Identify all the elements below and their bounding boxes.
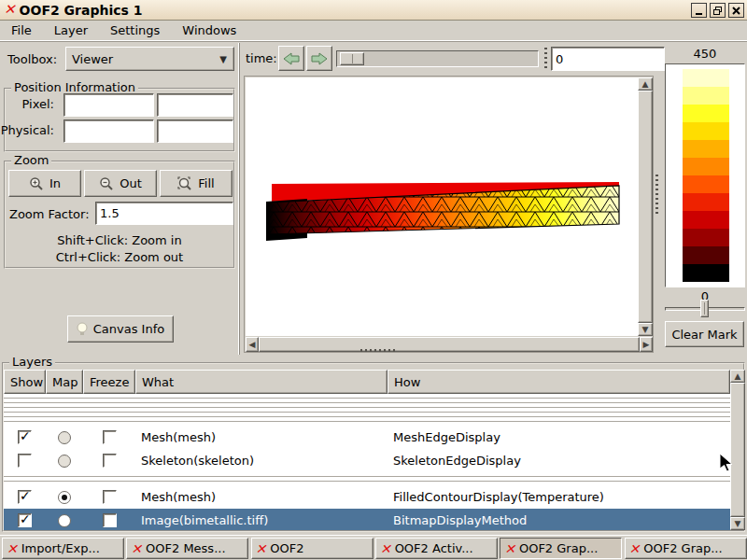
- layer-what: Skeleton(skeleton): [135, 454, 388, 468]
- taskbar-button[interactable]: ✕ OOF2 Mess...: [126, 538, 248, 559]
- hscroll-thumb[interactable]: [259, 337, 640, 352]
- layers-vscrollbar[interactable]: ▲ ▼: [730, 370, 745, 530]
- minimize-button[interactable]: [691, 3, 707, 18]
- scroll-left-button[interactable]: ◀: [246, 337, 259, 352]
- show-checkbox[interactable]: [18, 490, 32, 504]
- map-radio[interactable]: [58, 455, 71, 468]
- oof2-x-icon: ✕: [131, 542, 142, 555]
- restore-button[interactable]: [710, 3, 726, 18]
- timebar-grip[interactable]: [544, 48, 547, 71]
- colorbar-pane-grip[interactable]: [655, 175, 658, 214]
- map-radio[interactable]: [58, 514, 71, 527]
- time-slider-handle[interactable]: [340, 52, 364, 65]
- table-row[interactable]: Skeleton(skeleton) SkeletonEdgeDisplay: [4, 449, 730, 472]
- layers-table-header: Show Map Freeze What How: [4, 370, 730, 394]
- layer-how: MeshEdgeDisplay: [388, 430, 730, 444]
- menu-item[interactable]: Layer: [43, 21, 99, 40]
- freeze-checkbox[interactable]: [103, 513, 117, 527]
- zoom-out-label: Out: [120, 176, 142, 190]
- scroll-up-button[interactable]: ▲: [638, 77, 653, 91]
- scroll-down-button[interactable]: ▼: [638, 323, 653, 336]
- oof2-x-icon: ✕: [629, 542, 641, 555]
- clear-mark-button[interactable]: Clear Mark: [665, 321, 744, 347]
- zoom-in-button[interactable]: In: [8, 170, 81, 197]
- taskbar-button[interactable]: ✕ Import/Exp...: [2, 538, 124, 559]
- zoom-hint-ctrl: Ctrl+Click: Zoom out: [6, 250, 233, 264]
- column-header-freeze[interactable]: Freeze: [83, 370, 135, 394]
- panel-divider: [238, 43, 240, 355]
- scroll-up-button[interactable]: ▲: [730, 370, 745, 383]
- vscroll-thumb[interactable]: [730, 383, 745, 517]
- taskbar-button[interactable]: ✕ OOF2 Grap...: [625, 538, 747, 559]
- layers-legend: Layers: [9, 355, 55, 369]
- zoom-factor-field[interactable]: [95, 202, 233, 225]
- zoom-out-button[interactable]: Out: [84, 170, 157, 197]
- menu-item[interactable]: Settings: [99, 21, 171, 40]
- colorbar-box[interactable]: [665, 63, 745, 287]
- toolbox-label: Toolbox:: [7, 52, 57, 66]
- time-field[interactable]: [551, 47, 665, 71]
- colorbar-block: [683, 140, 729, 158]
- map-radio[interactable]: [58, 431, 71, 444]
- table-row[interactable]: Mesh(mesh) FilledContourDisplay(Temperat…: [4, 485, 730, 509]
- freeze-checkbox[interactable]: [103, 430, 117, 444]
- time-slider[interactable]: [336, 50, 539, 67]
- colorbar-block: [683, 105, 729, 122]
- vscroll-thumb[interactable]: [638, 91, 653, 323]
- physical-x-field[interactable]: [63, 119, 154, 143]
- empty-rows: [4, 394, 730, 426]
- zoom-fill-label: Fill: [198, 176, 214, 190]
- column-header-show[interactable]: Show: [4, 370, 46, 394]
- time-prev-button[interactable]: [278, 46, 304, 71]
- show-checkbox[interactable]: [18, 430, 32, 444]
- oof2-x-icon: ✕: [7, 542, 18, 555]
- close-button[interactable]: [728, 3, 744, 18]
- mouse-cursor: [719, 453, 734, 473]
- menu-item[interactable]: File: [0, 21, 43, 40]
- table-row[interactable]: Image(bimetallic.tiff) BitmapDisplayMeth…: [4, 509, 730, 530]
- graphics-canvas[interactable]: [246, 77, 638, 336]
- colorbar-block: [683, 229, 729, 246]
- colorbar-slider-handle[interactable]: [700, 300, 709, 317]
- position-info-legend: Position Information: [11, 80, 138, 94]
- pixel-y-field[interactable]: [157, 93, 233, 117]
- table-row[interactable]: Mesh(mesh) MeshEdgeDisplay: [4, 426, 730, 449]
- taskbar-button[interactable]: ✕ OOF2 Activ...: [375, 538, 498, 559]
- zoom-fill-button[interactable]: Fill: [160, 170, 233, 197]
- taskbar-button[interactable]: ✕ OOF2: [251, 538, 374, 559]
- taskbar: ✕ Import/Exp... ✕ OOF2 Mess... ✕ OOF2 ✕ …: [0, 535, 747, 560]
- canvas-info-button[interactable]: Canvas Info: [67, 315, 174, 343]
- canvas-vscrollbar[interactable]: ▲ ▼: [638, 77, 653, 336]
- show-checkbox[interactable]: [18, 454, 32, 468]
- window-title: OOF2 Graphics 1: [20, 3, 143, 18]
- taskbar-button-label: OOF2 Mess...: [146, 541, 226, 555]
- colorbar-panel: 450 0 Clear Mark: [665, 45, 745, 353]
- taskbar-button-label: OOF2 Activ...: [395, 541, 473, 555]
- freeze-checkbox[interactable]: [103, 490, 117, 504]
- zoom-in-label: In: [49, 176, 61, 190]
- toolbox-selected-value: Viewer: [66, 52, 213, 66]
- taskbar-button-label: Import/Exp...: [21, 541, 100, 555]
- canvas-hscrollbar[interactable]: ◀ ▶: [246, 337, 653, 352]
- colorbar-block: [683, 87, 729, 105]
- column-header-map[interactable]: Map: [46, 370, 83, 394]
- show-checkbox[interactable]: [18, 513, 32, 527]
- colorbar-block: [683, 69, 729, 87]
- scroll-down-button[interactable]: ▼: [730, 517, 745, 530]
- column-header-how[interactable]: How: [388, 370, 730, 394]
- taskbar-button[interactable]: ✕ OOF2 Grap...: [500, 538, 622, 559]
- layers-pane-grip[interactable]: [360, 349, 396, 352]
- physical-y-field[interactable]: [157, 119, 233, 143]
- menu-item[interactable]: Windows: [171, 21, 247, 40]
- layer-what: Image(bimetallic.tiff): [135, 513, 388, 527]
- scroll-right-button[interactable]: ▶: [640, 337, 653, 352]
- layer-what: Mesh(mesh): [135, 490, 388, 504]
- toolbox-select[interactable]: Viewer ▼: [65, 47, 234, 71]
- column-header-what[interactable]: What: [135, 370, 388, 394]
- time-next-button[interactable]: [306, 46, 332, 71]
- pixel-x-field[interactable]: [63, 93, 154, 117]
- map-radio[interactable]: [58, 491, 71, 504]
- freeze-checkbox[interactable]: [103, 454, 117, 468]
- title-bar[interactable]: ✕ OOF2 Graphics 1: [0, 0, 747, 21]
- colorbar-block: [683, 175, 729, 193]
